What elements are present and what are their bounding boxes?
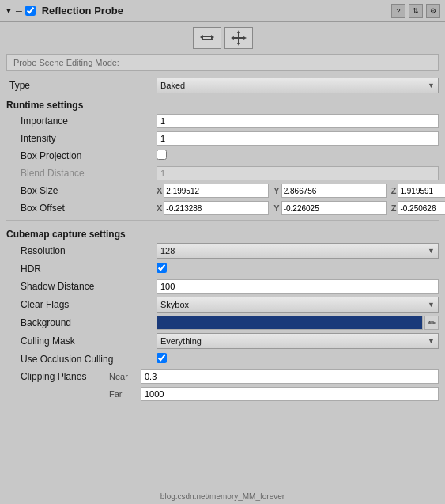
far-input[interactable] (141, 387, 439, 401)
blend-distance-value (157, 166, 439, 180)
toolbar (0, 22, 445, 54)
resolution-dropdown-arrow: ▼ (428, 247, 435, 255)
box-offset-y-input[interactable] (281, 201, 387, 215)
use-occlusion-value (157, 353, 439, 366)
use-occlusion-label: Use Occlusion Culling (6, 354, 157, 365)
settings-icon[interactable]: ⚙ (426, 4, 440, 18)
box-offset-y-label: Y (273, 203, 279, 213)
shadow-distance-label: Shadow Distance (6, 281, 157, 292)
svg-marker-7 (237, 43, 240, 46)
hdr-label: HDR (6, 263, 157, 275)
hdr-value (157, 263, 439, 275)
type-dropdown[interactable]: Baked ▼ (157, 78, 439, 93)
probe-scene-label: Probe Scene Editing Mode: (13, 58, 119, 67)
probe-scene-bar: Probe Scene Editing Mode: (6, 54, 439, 71)
importance-row: Importance (6, 112, 439, 130)
svg-rect-1 (202, 39, 213, 40)
use-occlusion-row: Use Occlusion Culling (6, 351, 439, 368)
importance-label: Importance (6, 116, 157, 127)
shadow-distance-input[interactable] (157, 279, 439, 294)
type-dropdown-arrow: ▼ (428, 81, 435, 89)
type-label: Type (6, 80, 157, 91)
clear-flags-value: Skybox ▼ (157, 297, 439, 313)
clipping-planes-label: Clipping Planes (6, 371, 109, 382)
edit-mode-btn2[interactable] (224, 27, 253, 49)
box-size-x-input[interactable] (164, 184, 269, 198)
blend-distance-label: Blend Distance (6, 168, 157, 179)
box-size-y-input[interactable] (281, 184, 387, 198)
box-size-xyz: X Y Z (157, 184, 445, 198)
background-label: Background (6, 317, 157, 328)
intensity-value (157, 131, 439, 146)
watermark: blog.csdn.net/memory_MM_forever (0, 491, 445, 502)
type-dropdown-value: Baked (160, 81, 185, 90)
hdr-checkbox[interactable] (157, 263, 167, 273)
box-size-z-label: Z (391, 186, 397, 195)
box-size-label: Box Size (6, 185, 157, 196)
box-offset-label: Box Offset (6, 203, 157, 214)
resolution-dropdown[interactable]: 128 ▼ (157, 243, 439, 259)
collapse-arrow[interactable]: ▼ (5, 6, 13, 15)
importance-input[interactable] (157, 114, 439, 128)
background-row: Background ✏ (6, 314, 439, 332)
edit-mode-icon1 (199, 30, 215, 46)
culling-mask-label: Culling Mask (6, 335, 157, 347)
resolution-value: 128 ▼ (157, 243, 439, 259)
shadow-distance-value (157, 279, 439, 294)
box-size-y-label: Y (273, 186, 279, 195)
title-bar-left-icons: ▼ ─ (5, 6, 36, 16)
box-size-z-input[interactable] (398, 184, 445, 198)
box-size-row: Box Size X Y Z (6, 182, 439, 199)
box-offset-x-label: X (157, 203, 162, 213)
edit-mode-btn1[interactable] (193, 27, 221, 49)
culling-mask-dropdown-value: Everything (160, 336, 202, 346)
enabled-checkbox[interactable] (25, 6, 36, 16)
svg-marker-8 (231, 36, 234, 40)
box-offset-z-label: Z (391, 203, 397, 213)
color-picker-icon[interactable]: ✏ (424, 316, 439, 330)
box-offset-x-input[interactable] (164, 201, 269, 215)
box-projection-value (157, 150, 439, 162)
resolution-label: Resolution (6, 245, 157, 256)
minus-icon[interactable]: ─ (16, 6, 22, 16)
background-color-bar[interactable] (157, 316, 423, 330)
clear-flags-dropdown[interactable]: Skybox ▼ (157, 297, 439, 313)
clear-flags-dropdown-value: Skybox (160, 300, 189, 309)
box-offset-z-input[interactable] (398, 201, 445, 215)
layout-icon[interactable]: ⇅ (409, 4, 423, 18)
near-input[interactable] (141, 369, 439, 384)
intensity-label: Intensity (6, 133, 157, 144)
box-offset-row: Box Offset X Y Z (6, 199, 439, 217)
cubemap-settings-header: Cubemap capture settings (6, 224, 439, 241)
intensity-row: Intensity (6, 130, 439, 147)
background-color-container: ✏ (157, 316, 439, 330)
title-right-icons: ? ⇅ ⚙ (391, 4, 440, 18)
box-offset-xyz: X Y Z (157, 201, 445, 215)
use-occlusion-checkbox[interactable] (157, 353, 167, 363)
intensity-input[interactable] (157, 131, 439, 146)
svg-rect-0 (202, 36, 213, 37)
clear-flags-label: Clear Flags (6, 299, 157, 310)
type-value: Baked ▼ (157, 78, 439, 93)
title-bar: ▼ ─ Reflection Probe ? ⇅ ⚙ (0, 0, 445, 22)
blend-distance-input (157, 166, 439, 180)
clear-flags-row: Clear Flags Skybox ▼ (6, 295, 439, 314)
runtime-settings-header: Runtime settings (6, 95, 439, 112)
help-icon[interactable]: ? (391, 4, 405, 18)
clipping-planes-far-row: Far (6, 385, 439, 403)
blend-distance-row: Blend Distance (6, 165, 439, 182)
svg-marker-6 (237, 30, 240, 33)
panel-title: Reflection Probe (42, 5, 391, 17)
resolution-row: Resolution 128 ▼ (6, 241, 439, 260)
type-row: Type Baked ▼ (6, 76, 439, 95)
far-label: Far (109, 389, 141, 399)
shadow-distance-row: Shadow Distance (6, 278, 439, 295)
hdr-row: HDR (6, 260, 439, 278)
culling-mask-row: Culling Mask Everything ▼ (6, 332, 439, 351)
edit-mode-icon2 (231, 30, 247, 46)
culling-mask-dropdown[interactable]: Everything ▼ (157, 333, 439, 349)
box-size-x-label: X (157, 186, 162, 195)
content-area: Type Baked ▼ Runtime settings Importance… (0, 76, 445, 403)
box-projection-checkbox[interactable] (157, 150, 167, 160)
svg-marker-9 (243, 36, 247, 40)
